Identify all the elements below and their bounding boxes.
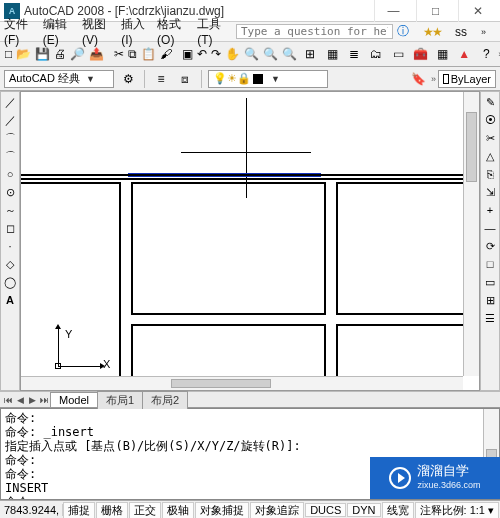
redo-button[interactable]: ↷ [210, 44, 222, 64]
point-tool[interactable]: ◯ [2, 274, 18, 290]
mirror-tool[interactable]: ✂ [482, 130, 498, 146]
rectangle-tool[interactable]: ○ [2, 166, 18, 182]
info-icon[interactable]: ⓘ [397, 23, 409, 40]
tab-layout2[interactable]: 布局2 [142, 391, 188, 409]
help-button[interactable]: ? [476, 44, 496, 64]
tab-layout1[interactable]: 布局1 [97, 391, 143, 409]
fillet-tool[interactable]: ☰ [482, 310, 498, 326]
erase-tool[interactable]: ✎ [482, 94, 498, 110]
zoom-button[interactable]: 🔍 [243, 44, 260, 64]
color-combo[interactable]: ByLayer [438, 70, 496, 88]
ducs-toggle[interactable]: DUCS [305, 503, 346, 517]
print-button[interactable]: 🖨 [53, 44, 67, 64]
sun-icon: ☀ [227, 72, 237, 85]
block-button[interactable]: ▣ [181, 44, 194, 64]
polar-toggle[interactable]: 极轴 [162, 502, 194, 519]
layer-combo[interactable]: 💡 ☀ 🔒 ▼ [208, 70, 328, 88]
array-tool[interactable]: ⎘ [482, 166, 498, 182]
maximize-button[interactable]: □ [416, 0, 454, 22]
tool-palette-button[interactable]: 🧰 [410, 44, 430, 64]
overflow-icon[interactable]: » [431, 74, 436, 84]
otrack-toggle[interactable]: 对象追踪 [250, 502, 304, 519]
markup-button[interactable]: ▲ [454, 44, 474, 64]
xline-tool[interactable]: ／ [2, 112, 18, 128]
watermark: 溜溜自学 zixue.3d66.com [370, 457, 500, 499]
anno-scale[interactable]: 注释比例: 1:1 ▾ [415, 502, 499, 519]
tab-nav-first[interactable]: ⏮ [2, 395, 14, 405]
workspace-combo[interactable]: AutoCAD 经典 ▼ [4, 70, 114, 88]
copy-button[interactable]: ⧉ [127, 44, 138, 64]
ellipse-tool[interactable]: · [2, 238, 18, 254]
line-tool[interactable]: ／ [2, 94, 18, 110]
help-search-input[interactable] [236, 24, 393, 39]
rotate-tool[interactable]: + [482, 202, 498, 218]
sheet-button[interactable]: ▭ [388, 44, 408, 64]
menu-tools[interactable]: 工具(T) [197, 16, 226, 47]
plot-preview-button[interactable]: 🔎 [69, 44, 86, 64]
pan-button[interactable]: ✋ [224, 44, 241, 64]
layer-props-button[interactable]: ≡ [151, 69, 171, 89]
copy-tool[interactable]: ⦿ [482, 112, 498, 128]
snap-toggle[interactable]: 捕捉 [63, 502, 95, 519]
polyline-tool[interactable]: ⌒ [2, 130, 18, 146]
ss-label: ss [455, 25, 467, 39]
menu-format[interactable]: 格式(O) [157, 16, 187, 47]
minimize-button[interactable]: — [374, 0, 412, 22]
save-button[interactable]: 💾 [34, 44, 51, 64]
dyn-toggle[interactable]: DYN [347, 503, 380, 517]
polygon-tool[interactable]: ⌒ [2, 148, 18, 164]
table-button[interactable]: ▦ [322, 44, 342, 64]
new-button[interactable]: □ [4, 44, 13, 64]
layer-button[interactable]: ≣ [344, 44, 364, 64]
paste-button[interactable]: 📋 [140, 44, 157, 64]
vertical-scrollbar[interactable] [463, 92, 479, 376]
wall [21, 174, 465, 180]
circle-tool[interactable]: ～ [2, 202, 18, 218]
layer-filter-button[interactable]: ⧈ [175, 69, 195, 89]
match-button[interactable]: 🖌 [159, 44, 173, 64]
trim-tool[interactable]: □ [482, 256, 498, 272]
tab-model[interactable]: Model [50, 392, 98, 407]
menu-insert[interactable]: 插入(I) [121, 16, 147, 47]
tab-nav-next[interactable]: ▶ [26, 395, 38, 405]
offset-tool[interactable]: △ [482, 148, 498, 164]
zoom-prev-button[interactable]: 🔍 [281, 44, 298, 64]
calc-button[interactable]: ▦ [432, 44, 452, 64]
ortho-toggle[interactable]: 正交 [129, 502, 161, 519]
grid-toggle[interactable]: 栅格 [96, 502, 128, 519]
lwt-toggle[interactable]: 线宽 [382, 502, 414, 519]
workspace-settings-button[interactable]: ⚙ [118, 69, 138, 89]
publish-button[interactable]: 📤 [88, 44, 105, 64]
open-button[interactable]: 📂 [15, 44, 32, 64]
hatch-tool[interactable]: ◇ [2, 256, 18, 272]
comm-center-icon[interactable]: ★★ [423, 25, 441, 39]
extend-tool[interactable]: ▭ [482, 274, 498, 290]
break-tool[interactable]: ⊞ [482, 292, 498, 308]
scale-tool[interactable]: — [482, 220, 498, 236]
dim-button[interactable]: ⊞ [300, 44, 320, 64]
separator [144, 70, 145, 88]
horizontal-scrollbar[interactable] [21, 376, 463, 390]
tab-nav-prev[interactable]: ◀ [14, 395, 26, 405]
undo-button[interactable]: ↶ [196, 44, 208, 64]
menu-file[interactable]: 文件(F) [4, 16, 33, 47]
move-tool[interactable]: ⇲ [482, 184, 498, 200]
annoscale-icon[interactable]: 🔖 [409, 69, 429, 89]
text-A-tool[interactable]: A [2, 292, 18, 308]
spline-tool[interactable]: ◻ [2, 220, 18, 236]
tab-nav-last[interactable]: ⏭ [38, 395, 50, 405]
osnap-toggle[interactable]: 对象捕捉 [195, 502, 249, 519]
properties-button[interactable]: 🗂 [366, 44, 386, 64]
wall [21, 182, 121, 382]
stretch-tool[interactable]: ⟳ [482, 238, 498, 254]
menu-overflow-icon[interactable]: » [481, 27, 486, 37]
room [131, 182, 326, 315]
menu-edit[interactable]: 编辑(E) [43, 16, 72, 47]
arc-tool[interactable]: ⊙ [2, 184, 18, 200]
cut-button[interactable]: ✂ [113, 44, 125, 64]
zoom-window-button[interactable]: 🔍 [262, 44, 279, 64]
drawing-canvas[interactable]: Y X [21, 92, 479, 390]
chevron-down-icon: ▼ [271, 74, 280, 84]
menu-view[interactable]: 视图(V) [82, 16, 111, 47]
close-button[interactable]: ✕ [458, 0, 496, 22]
